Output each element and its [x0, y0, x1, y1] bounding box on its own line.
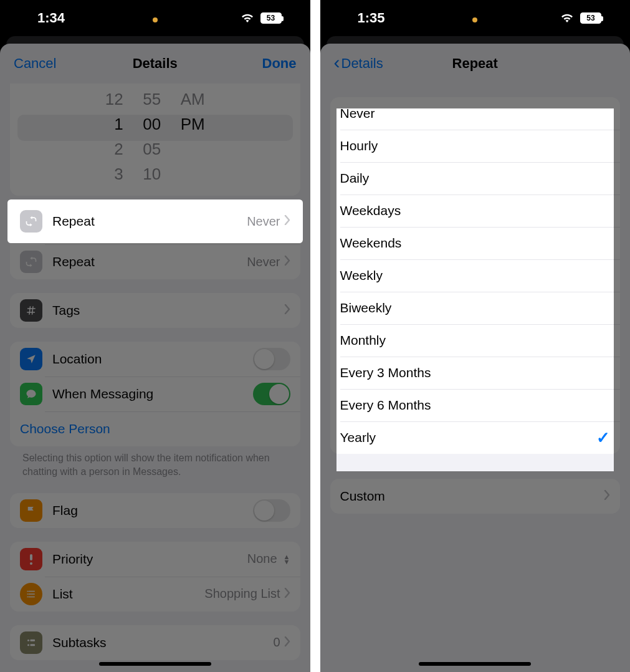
phone-repeat: 1:35 53 ‹ Details Repeat NeverHourlyDail… — [315, 0, 631, 672]
clock: 1:34 — [37, 10, 65, 26]
custom-group: Custom — [330, 479, 621, 514]
option-label: Every 3 Months — [340, 365, 611, 380]
repeat-option-weekends[interactable]: Weekends — [330, 227, 621, 259]
subtasks-row[interactable]: Subtasks 0 — [10, 625, 300, 660]
location-label: Location — [52, 352, 253, 367]
option-label: Hourly — [340, 138, 611, 153]
priority-label: Priority — [52, 552, 247, 567]
battery-icon: 53 — [580, 12, 601, 24]
back-button[interactable]: ‹ Details — [334, 55, 383, 72]
cancel-button[interactable]: Cancel — [14, 55, 56, 72]
ampm-wheel[interactable]: AM PM — [181, 90, 212, 187]
tags-label: Tags — [52, 303, 284, 318]
svg-rect-4 — [31, 640, 36, 641]
highlight-cutout: Repeat Never — [10, 202, 300, 241]
list-icon — [20, 583, 42, 605]
location-row[interactable]: Location — [10, 342, 300, 377]
recording-dot-icon — [153, 17, 158, 22]
svg-rect-5 — [31, 644, 36, 646]
option-label: Weekdays — [340, 203, 611, 218]
minute-wheel[interactable]: 55 00 05 10 — [140, 90, 165, 187]
time-picker[interactable]: 12 1 2 3 55 00 05 10 AM PM — [10, 84, 300, 196]
svg-point-1 — [30, 562, 32, 565]
flag-switch[interactable] — [253, 499, 290, 522]
messaging-switch[interactable] — [253, 383, 290, 405]
option-label: Never — [340, 106, 611, 121]
repeat-option-hourly[interactable]: Hourly — [330, 130, 621, 162]
clock: 1:35 — [358, 10, 385, 26]
messaging-label: When Messaging — [52, 386, 253, 401]
subtasks-group: Subtasks 0 — [10, 625, 300, 660]
done-button[interactable]: Done — [262, 55, 297, 72]
priority-icon — [20, 548, 42, 570]
option-label: Daily — [340, 171, 611, 186]
svg-point-3 — [27, 644, 29, 646]
message-icon — [20, 383, 42, 405]
list-value: Shopping List — [204, 587, 280, 601]
chevron-right-icon — [284, 636, 290, 649]
list-row[interactable]: List Shopping List — [10, 577, 300, 612]
flag-icon — [20, 499, 42, 522]
repeat-row[interactable]: Repeat Never — [10, 244, 300, 279]
messaging-row[interactable]: When Messaging — [10, 377, 300, 411]
updown-icon: ▲▼ — [284, 554, 290, 564]
status-bar: 1:35 53 — [320, 0, 631, 36]
hour-wheel[interactable]: 12 1 2 3 — [98, 90, 123, 187]
repeat-option-weekly[interactable]: Weekly — [330, 259, 621, 292]
home-indicator[interactable] — [419, 662, 531, 666]
flag-row[interactable]: Flag — [10, 493, 300, 528]
priority-row[interactable]: Priority None ▲▼ — [10, 542, 300, 577]
svg-rect-0 — [30, 554, 32, 560]
back-label: Details — [341, 55, 383, 72]
repeat-options-group: NeverHourlyDailyWeekdaysWeekendsWeeklyBi… — [330, 97, 621, 454]
option-label: Weekly — [340, 268, 611, 283]
wifi-icon — [241, 13, 254, 23]
repeat-icon — [20, 251, 42, 273]
repeat-option-never[interactable]: Never — [330, 97, 621, 130]
repeat-value: Never — [247, 214, 280, 229]
details-sheet: Cancel Details Done 12 1 2 3 55 00 05 10… — [0, 44, 310, 672]
repeat-option-every-6-months[interactable]: Every 6 Months — [330, 389, 621, 421]
chevron-right-icon — [284, 588, 290, 600]
chevron-right-icon — [284, 215, 290, 228]
flag-label: Flag — [52, 503, 253, 518]
repeat-option-every-3-months[interactable]: Every 3 Months — [330, 357, 621, 389]
priority-value: None — [247, 552, 277, 566]
repeat-option-monthly[interactable]: Monthly — [330, 324, 621, 357]
repeat-option-weekdays[interactable]: Weekdays — [330, 194, 621, 227]
repeat-option-yearly[interactable]: Yearly✓ — [330, 421, 621, 454]
home-indicator[interactable] — [99, 662, 211, 666]
repeat-option-biweekly[interactable]: Biweekly — [330, 292, 621, 324]
location-switch[interactable] — [253, 348, 290, 370]
list-label: List — [52, 587, 204, 602]
tags-row[interactable]: Tags — [10, 293, 300, 328]
nav-bar: ‹ Details Repeat — [320, 44, 631, 84]
subtasks-icon — [20, 631, 42, 654]
option-label: Biweekly — [340, 300, 611, 315]
repeat-value: Never — [247, 255, 280, 269]
hash-icon — [20, 299, 42, 322]
subtasks-value: 0 — [273, 635, 280, 650]
subtasks-label: Subtasks — [52, 635, 273, 650]
repeat-option-daily[interactable]: Daily — [330, 162, 621, 194]
tags-group: Tags — [10, 293, 300, 328]
option-label: Weekends — [340, 236, 611, 251]
chevron-right-icon — [284, 304, 290, 317]
chevron-left-icon: ‹ — [334, 53, 340, 72]
custom-label: Custom — [340, 489, 604, 504]
location-icon — [20, 348, 42, 370]
wifi-icon — [560, 13, 574, 23]
messaging-note: Selecting this option will show the item… — [10, 446, 300, 479]
repeat-icon — [20, 210, 42, 233]
nav-bar: Cancel Details Done — [0, 44, 310, 84]
choose-person-link[interactable]: Choose Person — [20, 421, 290, 436]
option-label: Yearly — [340, 430, 597, 445]
repeat-label: Repeat — [52, 214, 247, 229]
custom-row[interactable]: Custom — [330, 479, 621, 514]
choose-person-row[interactable]: Choose Person — [10, 411, 300, 446]
check-icon: ✓ — [596, 428, 610, 448]
location-messaging-group: Location When Messaging Choose Person — [10, 342, 300, 446]
status-bar: 1:34 53 — [0, 0, 310, 36]
phone-details: 1:34 53 Cancel Details Done 12 1 2 3 55 — [0, 0, 315, 672]
priority-list-group: Priority None ▲▼ List Shopping List — [10, 542, 300, 612]
